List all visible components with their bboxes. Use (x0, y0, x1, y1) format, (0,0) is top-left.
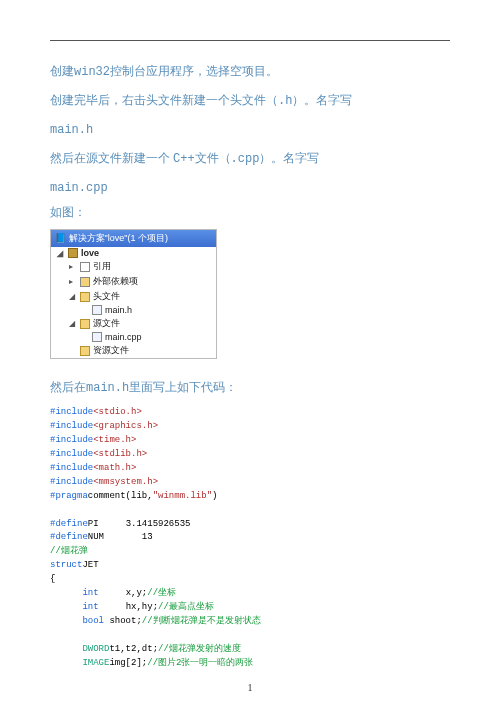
text: 引用 (93, 260, 111, 273)
code-token: int (82, 602, 98, 612)
code-token: img[2]; (109, 658, 147, 668)
code-token: PI (88, 519, 99, 529)
code-token: #include (50, 449, 93, 459)
text: 创建完毕后，右击头文件新建一个头文件（ (50, 93, 278, 107)
cpp-file-icon (92, 332, 102, 342)
code-token: //烟花弹 (50, 546, 88, 556)
references-node: ▸引用 (51, 259, 216, 274)
code-token: NUM (88, 532, 104, 542)
page: 创建win32控制台应用程序，选择空项目。 创建完毕后，右击头文件新建一个头文件… (0, 0, 500, 707)
code-token: comment( (88, 491, 131, 501)
code-token: #include (50, 463, 93, 473)
references-icon (80, 262, 90, 272)
code-token: #define (50, 532, 88, 542)
code-token: //坐标 (147, 588, 176, 598)
para-5: main.cpp (50, 175, 450, 200)
code-token: //判断烟花弹是不是发射状态 (142, 616, 261, 626)
code-token: #include (50, 435, 93, 445)
text: main.cpp (105, 332, 142, 342)
code-token: IMAGE (82, 658, 109, 668)
folder-icon (80, 319, 90, 329)
code-token: bool (82, 616, 104, 626)
folder-icon (80, 277, 90, 287)
text: 创建 (50, 64, 74, 78)
chevron-right-icon: ▸ (69, 262, 77, 271)
code-token: lib (131, 491, 147, 501)
section-heading: 然后在main.h里面写上如下代码： (50, 379, 450, 396)
code-token: shoot; (109, 616, 141, 626)
text: main.h (86, 381, 129, 395)
file-main-cpp: main.cpp (51, 331, 216, 343)
text: C++ (173, 152, 195, 166)
text: main.cpp (50, 181, 108, 195)
code-token: int (82, 588, 98, 598)
headers-folder: ◢头文件 (51, 289, 216, 304)
text: 如图： (50, 205, 86, 219)
file-main-h: main.h (51, 304, 216, 316)
project-icon (68, 248, 78, 258)
text: 解决方案"love"(1 个项目) (69, 233, 168, 243)
text: 1 (248, 682, 253, 693)
text: ）。名字写 (259, 151, 319, 165)
text: 里面写上如下代码： (129, 380, 237, 394)
solution-title: 📘 解决方案"love"(1 个项目) (51, 230, 216, 247)
code-token: #define (50, 519, 88, 529)
top-rule (50, 40, 450, 41)
folder-icon (80, 292, 90, 302)
text: 然后在 (50, 380, 86, 394)
text: win32 (74, 65, 110, 79)
chevron-down-icon: ◢ (57, 249, 65, 258)
code-token: 13 (142, 532, 153, 542)
chevron-down-icon: ◢ (69, 292, 77, 301)
h-file-icon (92, 305, 102, 315)
code-token: <graphics.h> (93, 421, 158, 431)
para-3: main.h (50, 117, 450, 142)
para-1: 创建win32控制台应用程序，选择空项目。 (50, 59, 450, 84)
code-token: ) (212, 491, 217, 501)
code-token: //最高点坐标 (158, 602, 214, 612)
text: love (81, 248, 99, 258)
text: main.h (105, 305, 132, 315)
text: .cpp (231, 152, 260, 166)
code-token: #include (50, 407, 93, 417)
code-token: #include (50, 477, 93, 487)
text: ）。名字写 (292, 93, 352, 107)
para-2: 创建完毕后，右击头文件新建一个头文件（.h）。名字写 (50, 88, 450, 113)
text: 然后在源文件新建一个 (50, 151, 170, 165)
text: 头文件 (93, 290, 120, 303)
code-token: <mmsystem.h> (93, 477, 158, 487)
text: 源文件 (93, 317, 120, 330)
project-node: ◢love (51, 247, 216, 259)
code-token: 3.1415926535 (126, 519, 191, 529)
code-token: <stdlib.h> (93, 449, 147, 459)
code-token: <stdio.h> (93, 407, 142, 417)
code-token: JET (82, 560, 98, 570)
code-token: #pragma (50, 491, 88, 501)
chevron-right-icon: ▸ (69, 277, 77, 286)
code-token: "winmm.lib" (153, 491, 212, 501)
text: 文件（ (195, 151, 231, 165)
para-6: 如图： (50, 204, 450, 221)
sources-folder: ◢源文件 (51, 316, 216, 331)
page-number: 1 (0, 682, 500, 693)
code-token: struct (50, 560, 82, 570)
code-token: DWORD (82, 644, 109, 654)
para-4: 然后在源文件新建一个 C++文件（.cpp）。名字写 (50, 146, 450, 171)
external-deps-node: ▸外部依赖项 (51, 274, 216, 289)
solution-explorer: 📘 解决方案"love"(1 个项目) ◢love ▸引用 ▸外部依赖项 ◢头文… (50, 229, 217, 359)
code-token: <math.h> (93, 463, 136, 473)
folder-icon (80, 346, 90, 356)
text: 控制台应用程序，选择空项目。 (110, 64, 278, 78)
code-token: { (50, 574, 55, 584)
resources-folder: 资源文件 (51, 343, 216, 358)
code-block: #include<stdio.h> #include<graphics.h> #… (50, 406, 450, 671)
text: .h (278, 94, 292, 108)
code-token: //烟花弹发射的速度 (158, 644, 241, 654)
code-token: <time.h> (93, 435, 136, 445)
code-token: t1,t2,dt; (109, 644, 158, 654)
chevron-down-icon: ◢ (69, 319, 77, 328)
code-token: hx,hy; (126, 602, 158, 612)
code-token: #include (50, 421, 93, 431)
text: 外部依赖项 (93, 275, 138, 288)
text: main.h (50, 123, 93, 137)
